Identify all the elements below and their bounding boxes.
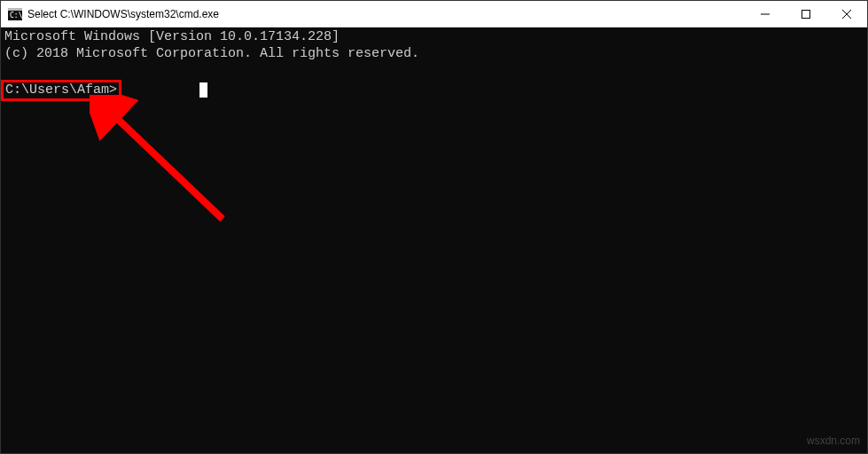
svg-line-8 <box>109 111 223 219</box>
copyright-line: (c) 2018 Microsoft Corporation. All righ… <box>4 46 864 63</box>
titlebar: C:\ Select C:\WINDOWS\system32\cmd.exe <box>1 1 867 27</box>
prompt-highlight: C:\Users\Afam> <box>1 80 121 102</box>
svg-text:C:\: C:\ <box>10 12 22 20</box>
prompt-text: C:\Users\Afam> <box>5 82 117 98</box>
blank-line <box>4 63 864 80</box>
maximize-button[interactable] <box>786 1 826 27</box>
window-controls <box>745 1 867 27</box>
close-button[interactable] <box>826 1 867 27</box>
prompt-row: C:\Users\Afam> <box>4 80 864 102</box>
cmd-window: C:\ Select C:\WINDOWS\system32\cmd.exe M… <box>0 0 868 454</box>
annotation-arrow-icon <box>90 95 249 237</box>
version-line: Microsoft Windows [Version 10.0.17134.22… <box>4 29 864 46</box>
svg-rect-1 <box>8 8 22 11</box>
terminal-area[interactable]: Microsoft Windows [Version 10.0.17134.22… <box>1 27 867 453</box>
cmd-icon: C:\ <box>8 7 22 21</box>
minimize-button[interactable] <box>745 1 786 27</box>
cursor-block <box>199 82 207 98</box>
watermark: wsxdn.com <box>807 434 860 448</box>
svg-rect-4 <box>802 10 810 18</box>
window-title: Select C:\WINDOWS\system32\cmd.exe <box>27 8 745 20</box>
